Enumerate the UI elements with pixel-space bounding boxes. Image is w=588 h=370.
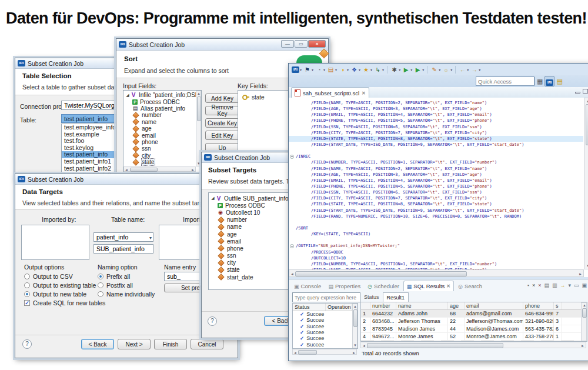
tree-item[interactable]: start_date [210, 274, 293, 281]
quick-access-input[interactable] [476, 76, 534, 86]
data-connection-icon[interactable]: ▤▾ [327, 66, 337, 74]
iri-menu-icon[interactable]: IRI▾ [292, 66, 302, 73]
code-line[interactable]: /KEY=(STATE, TYPE=ASCII) [289, 231, 583, 237]
column-header[interactable]: s [554, 302, 562, 309]
finish-button[interactable]: Finish [154, 339, 187, 349]
tree-expander-icon[interactable]: ◢ [125, 93, 131, 98]
table-row[interactable]: 2683468...Jefferson Thomas22Jefferson@Th… [361, 318, 587, 325]
run-last-icon[interactable]: ▶▾ [414, 66, 424, 74]
tree-item[interactable]: ◢VOutfile SUB_patient_info [210, 195, 293, 202]
create-sql-checkbox[interactable]: ✓ Create SQL for new tables [24, 298, 105, 307]
horizontal-scrollbar[interactable]: ◄ ► [292, 349, 357, 355]
run-icon[interactable]: ▶▾ [402, 66, 412, 74]
status-row[interactable]: ✓Succee [293, 329, 358, 335]
tree-item[interactable]: city [125, 152, 195, 159]
imported-by-list[interactable] [21, 225, 89, 260]
up-button[interactable]: Up [205, 143, 239, 152]
help-button[interactable]: ? [22, 339, 32, 349]
create-key-button[interactable]: Create Key [205, 118, 239, 128]
table-row[interactable]: 16644232Adams John68adams@gmail.com646-8… [361, 310, 587, 318]
sub-table-name-field[interactable]: SUB_patient_info [93, 244, 153, 254]
tree-item[interactable]: phone [210, 245, 293, 252]
external-tools-icon[interactable]: ✱▾ [390, 66, 400, 74]
back-button[interactable]: < Back [81, 339, 114, 349]
cancel-button[interactable]: Cancel [191, 339, 223, 349]
script-editor[interactable]: /FIELD=(NAME, TYPE=ASCII, POSITION=2, SE… [289, 98, 588, 277]
code-line[interactable]: /FIELD=(PHONE, TYPE=ASCII, POSITION=5, S… [289, 184, 583, 189]
pin-icon[interactable]: ▪ [527, 282, 529, 289]
naming-option-radio[interactable]: Name individually [98, 289, 155, 298]
resource-perspective-icon[interactable]: ▤ [556, 76, 562, 86]
forward-icon[interactable]: →▾ [470, 66, 480, 74]
iri-perspective-icon[interactable]: IRI [544, 76, 554, 86]
naming-option-radio[interactable]: Postfix all [98, 281, 155, 289]
status-row[interactable]: ✓Succee [293, 324, 358, 329]
code-line[interactable]: /FIELD=(AGE, TYPE=ASCII, POSITION=3, SEP… [289, 172, 583, 178]
column-header[interactable]: email [465, 302, 523, 309]
vertical-scrollbar[interactable]: ▲ ▼ [196, 91, 201, 166]
vertical-scrollbar[interactable]: ▲ ▼ [584, 98, 588, 269]
code-line[interactable]: /FIELD=(NAME, TYPE=ASCII, POSITION=2, SE… [289, 100, 583, 106]
horizontal-scrollbar[interactable]: ◄ ► [360, 342, 586, 348]
status-row[interactable]: ✓Succee [293, 311, 358, 317]
code-line[interactable]: /FIELD=(NAME, TYPE=ASCII, POSITION=2, SE… [289, 166, 583, 172]
code-line[interactable]: /FIELD=(RAND, TYPE=NUMERIC, POSITION=10,… [289, 214, 583, 219]
close-icon[interactable]: ✕ [362, 91, 366, 96]
column-header[interactable] [361, 302, 370, 309]
new-wizard-icon[interactable]: ⚑▾ [303, 66, 313, 74]
horizontal-scrollbar[interactable]: ◄ ► [289, 269, 584, 277]
tree-item[interactable]: name [210, 224, 293, 231]
output-option-radio[interactable]: Output to new table [24, 289, 96, 298]
code-line[interactable] [289, 148, 583, 154]
code-line[interactable]: /FIELD=(SSN, TYPE=ASCII, POSITION=6, SEP… [289, 189, 583, 195]
table-row[interactable]: 4949672...Monroe James52Monroe@James.com… [361, 333, 587, 341]
tree-item[interactable]: state [210, 266, 293, 274]
minimize-icon[interactable]: ▭ [574, 282, 579, 289]
code-line[interactable]: /FIELD=(AGE, TYPE=ASCII, POSITION=3, SEP… [289, 106, 583, 112]
help-button[interactable]: ? [208, 316, 217, 326]
maximize-icon[interactable]: ▣ [582, 282, 587, 289]
code-line[interactable]: /FIELD=(START_DATE, TYPE=ISO_DATE, POSIT… [289, 208, 583, 214]
column-header[interactable]: phone [523, 302, 554, 309]
column-header[interactable]: Status [293, 304, 326, 311]
remove-all-icon[interactable]: × [538, 282, 541, 289]
code-line[interactable]: /FIELD=(PHONE, TYPE=ASCII, POSITION=5, S… [289, 118, 583, 124]
rerun-icon[interactable]: → [560, 282, 565, 289]
result-tab-result1[interactable]: Result1 [383, 292, 409, 302]
naming-option-radio[interactable]: Prefix all [98, 272, 155, 281]
maximize-view-icon[interactable] [583, 89, 588, 94]
edit-key-button[interactable]: Edit Key [205, 131, 239, 140]
save-icon[interactable]: ◔▾ [315, 66, 325, 74]
tree-item[interactable]: ◢VInfile "patient_info;DSN=M [125, 92, 195, 98]
code-line[interactable] [289, 219, 583, 225]
tab-console[interactable]: ▣Console [291, 281, 324, 291]
code-line[interactable]: /FIELD=(STATE, TYPE=ASCII, POSITION=8, S… [289, 136, 583, 142]
output-option-radio[interactable]: Output to existing table [24, 281, 96, 289]
edit-task-icon[interactable]: ✎▾ [430, 66, 440, 74]
result-tab-status[interactable]: Status [360, 292, 383, 301]
code-line[interactable]: /FIELD=(START_DATE, TYPE=ISO_DATE, POSIT… [289, 142, 583, 148]
next-button[interactable]: Next > [118, 339, 151, 349]
query-expression-input[interactable] [292, 292, 360, 302]
code-line[interactable]: /FIELD=(EMAIL, TYPE=ASCII, POSITION=4, S… [289, 112, 583, 118]
export-icon[interactable]: ▤ [544, 282, 549, 289]
code-line[interactable]: /OUTFILE="SUB_patient_info;DSN=MYTwister… [289, 243, 583, 249]
code-line[interactable] [289, 237, 583, 243]
horizontal-scrollbar[interactable]: ◄ ► [123, 166, 196, 172]
code-line[interactable]: /FIELD=(CITY, TYPE=ASCII, POSITION=7, SE… [289, 130, 583, 136]
status-row[interactable]: ✓Succee [293, 317, 358, 323]
status-row[interactable]: ✓Succee [293, 335, 358, 341]
tree-item[interactable]: email [125, 132, 195, 138]
column-header[interactable]: number [370, 302, 396, 309]
window-titlebar[interactable]: IRI Subset Creation Job [202, 152, 299, 163]
vertical-scrollbar[interactable]: ▲ [581, 302, 587, 341]
tree-item[interactable]: city [210, 259, 293, 266]
add-key-button[interactable]: Add Key [205, 94, 239, 103]
view-menu-icon[interactable]: ▾ [568, 282, 571, 289]
job-wizard-icon[interactable]: ❖▾ [350, 66, 360, 74]
code-line[interactable]: /PROCESS=ODBC [289, 249, 583, 255]
status-row[interactable]: ✓Succee [293, 341, 358, 347]
code-line[interactable]: /SORT [289, 225, 583, 231]
code-line[interactable]: /FIELD=(NUMBER, TYPE=ASCII, POSITION=1, … [289, 261, 583, 267]
editor-tab[interactable]: sah_subset_script0.scl ✕ [291, 87, 369, 98]
